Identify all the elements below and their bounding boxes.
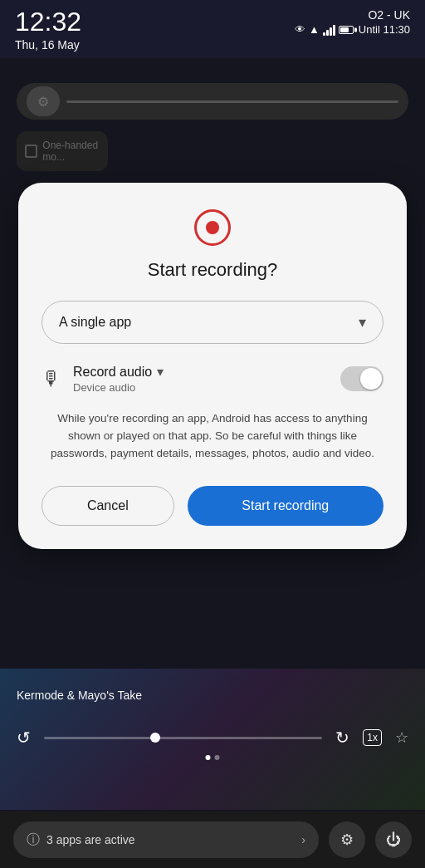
start-recording-button[interactable]: Start recording xyxy=(188,486,383,526)
mic-icon: 🎙 xyxy=(42,367,61,390)
status-time: 12:32 xyxy=(15,8,81,35)
settings-button[interactable]: ⚙ xyxy=(329,821,365,858)
carrier-text: O2 - UK xyxy=(368,8,410,22)
dropdown-arrow-icon: ▾ xyxy=(359,313,366,331)
power-icon: ⏻ xyxy=(386,831,401,849)
status-right: O2 - UK 👁 ▲ Until 11:30 xyxy=(295,8,410,36)
dialog-title: Start recording? xyxy=(42,259,383,281)
audio-subtitle: Device audio xyxy=(73,381,329,394)
settings-icon: ⚙ xyxy=(340,831,354,849)
dropdown-value: A single app xyxy=(59,315,359,330)
audio-title: Record audio xyxy=(73,365,152,380)
cancel-button[interactable]: Cancel xyxy=(42,486,174,526)
star-button[interactable]: ☆ xyxy=(395,728,408,747)
signal-icon xyxy=(323,24,335,36)
status-icons: 👁 ▲ Until 11:30 xyxy=(295,23,410,36)
eye-icon: 👁 xyxy=(295,23,305,36)
info-icon: ⓘ xyxy=(27,831,40,849)
audio-dropdown-arrow-icon: ▾ xyxy=(157,364,164,380)
active-apps-pill[interactable]: ⓘ 3 apps are active › xyxy=(13,821,319,858)
progress-bar[interactable] xyxy=(44,737,322,739)
dot-1 xyxy=(206,755,211,760)
until-text: Until 11:30 xyxy=(359,23,410,36)
dialog-icon-container xyxy=(42,209,383,246)
battery-icon xyxy=(339,26,354,34)
record-icon xyxy=(194,209,231,246)
record-outer-ring xyxy=(194,209,231,246)
audio-title-row[interactable]: Record audio ▾ xyxy=(73,364,329,380)
forward-button[interactable]: ↻ xyxy=(335,728,349,748)
audio-toggle[interactable] xyxy=(340,366,383,391)
active-apps-text: 3 apps are active xyxy=(46,833,295,846)
dialog-buttons: Cancel Start recording xyxy=(42,486,383,526)
chevron-right-icon: › xyxy=(301,833,305,846)
progress-dots xyxy=(206,755,220,760)
warning-text: While you're recording an app, Android h… xyxy=(42,410,383,463)
audio-labels: Record audio ▾ Device audio xyxy=(73,364,329,394)
toggle-thumb xyxy=(360,368,382,390)
media-player: Kermode & Mayo's Take ↺ ↻ 1x ☆ xyxy=(0,669,425,810)
rewind-button[interactable]: ↺ xyxy=(17,728,31,748)
audio-row: 🎙 Record audio ▾ Device audio xyxy=(42,364,383,394)
wifi-icon: ▲ xyxy=(309,23,320,36)
app-selector-dropdown[interactable]: A single app ▾ xyxy=(42,301,383,344)
speed-badge[interactable]: 1x xyxy=(363,729,382,746)
power-button[interactable]: ⏻ xyxy=(375,821,412,858)
status-date: Thu, 16 May xyxy=(15,38,80,51)
status-bar: 12:32 O2 - UK 👁 ▲ Until 11:30 Thu, 16 Ma… xyxy=(0,0,425,58)
media-controls: ↺ ↻ 1x ☆ xyxy=(0,728,425,748)
bottom-bar: ⓘ 3 apps are active › ⚙ ⏻ xyxy=(0,812,425,868)
progress-thumb xyxy=(150,733,160,743)
dot-2 xyxy=(215,755,220,760)
dialog: Start recording? A single app ▾ 🎙 Record… xyxy=(18,183,407,549)
media-title: Kermode & Mayo's Take xyxy=(17,689,142,702)
